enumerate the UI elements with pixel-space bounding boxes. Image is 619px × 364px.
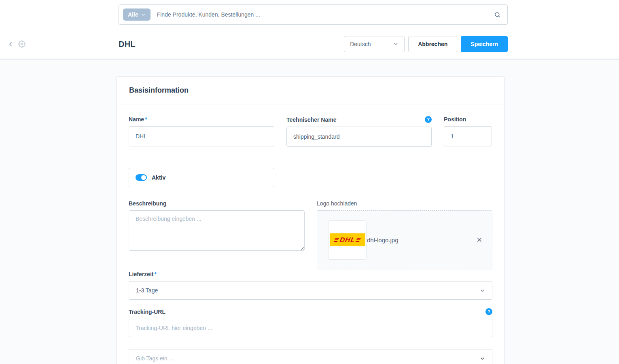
basic-fields-row: Name* Technischer Name ? Position	[129, 116, 492, 147]
active-label: Aktiv	[152, 174, 165, 181]
name-field-group: Name*	[129, 116, 274, 147]
remove-logo-button[interactable]	[477, 237, 482, 243]
chevron-left-icon	[7, 40, 14, 48]
logo-upload-dropzone[interactable]: DHL dhl-logo.jpg	[317, 210, 492, 269]
chevron-down-icon	[393, 41, 399, 47]
description-textarea[interactable]	[129, 210, 305, 251]
close-icon	[477, 237, 482, 243]
logo-upload-group: Logo hochladen DHL dhl-logo.jpg	[317, 200, 492, 269]
technical-name-input[interactable]	[286, 127, 432, 147]
page-header: DHL Deutsch Abbrechen Speichern	[0, 29, 619, 59]
save-button[interactable]: Speichern	[461, 36, 508, 52]
active-toggle[interactable]	[136, 174, 147, 181]
help-icon[interactable]: ?	[425, 116, 432, 123]
chevron-down-icon	[480, 356, 485, 361]
position-input[interactable]	[444, 126, 492, 146]
header-actions: Deutsch Abbrechen Speichern	[344, 36, 508, 52]
position-label: Position	[444, 116, 492, 123]
required-asterisk: *	[145, 116, 147, 123]
tracking-url-label: Tracking-URL	[129, 309, 165, 315]
position-field-group: Position	[444, 116, 492, 147]
toggle-knob	[141, 175, 146, 180]
gear-icon	[18, 40, 25, 48]
settings-button[interactable]	[18, 40, 25, 48]
tags-field-group	[129, 349, 492, 364]
name-label-text: Name	[129, 116, 144, 123]
help-icon[interactable]: ?	[485, 308, 492, 315]
cancel-button[interactable]: Abbrechen	[408, 36, 457, 52]
search-input[interactable]	[157, 11, 494, 18]
shipping-method-detail-page: Alle DHL Deutsch	[0, 0, 619, 364]
description-label: Beschreibung	[129, 200, 305, 207]
card-title: Basisinformation	[129, 86, 492, 95]
chevron-down-icon	[480, 288, 485, 293]
delivery-time-label: Lieferzeit*	[129, 271, 492, 277]
content-area: Basisinformation Name* Technischer Name …	[0, 60, 619, 364]
search-icon[interactable]	[494, 11, 501, 18]
dhl-logo: DHL	[330, 233, 365, 246]
name-input[interactable]	[129, 126, 274, 146]
chevron-down-icon	[141, 13, 146, 17]
delivery-time-field-group: Lieferzeit* 1-3 Tage	[129, 271, 492, 300]
dhl-stripe-right	[356, 238, 361, 242]
required-asterisk: *	[154, 271, 156, 277]
active-toggle-group: Aktiv	[129, 168, 274, 187]
search-type-dropdown[interactable]: Alle	[123, 8, 151, 21]
tracking-url-input[interactable]	[129, 319, 492, 337]
top-bar: Alle	[0, 0, 619, 29]
basisinformation-card: Basisinformation Name* Technischer Name …	[117, 76, 505, 364]
logo-thumbnail: DHL	[328, 220, 367, 260]
technical-name-field-group: Technischer Name ?	[286, 116, 432, 147]
page-title: DHL	[119, 39, 136, 49]
description-field-group: Beschreibung	[129, 200, 305, 269]
card-body: Name* Technischer Name ? Position	[117, 104, 504, 364]
tags-select[interactable]	[129, 349, 492, 364]
back-button[interactable]	[7, 40, 14, 48]
logo-upload-label: Logo hochladen	[317, 200, 492, 207]
delivery-time-value: 1-3 Tage	[136, 287, 158, 294]
language-select-value: Deutsch	[350, 41, 371, 47]
delivery-time-label-text: Lieferzeit	[129, 271, 153, 277]
delivery-time-select[interactable]: 1-3 Tage	[129, 281, 492, 300]
global-search-bar: Alle	[119, 4, 508, 25]
search-type-label: Alle	[128, 11, 138, 18]
dhl-logo-text: DHL	[339, 237, 356, 243]
tracking-url-field-group: Tracking-URL ?	[129, 308, 492, 337]
name-label: Name*	[129, 116, 274, 123]
logo-filename: dhl-logo.jpg	[367, 237, 399, 243]
dhl-stripe-left	[333, 238, 339, 242]
tags-input[interactable]	[136, 355, 480, 362]
language-select[interactable]: Deutsch	[344, 36, 405, 52]
technical-name-label: Technischer Name	[286, 116, 336, 123]
card-header: Basisinformation	[117, 77, 504, 104]
description-logo-row: Beschreibung Logo hochladen DHL	[129, 200, 492, 269]
